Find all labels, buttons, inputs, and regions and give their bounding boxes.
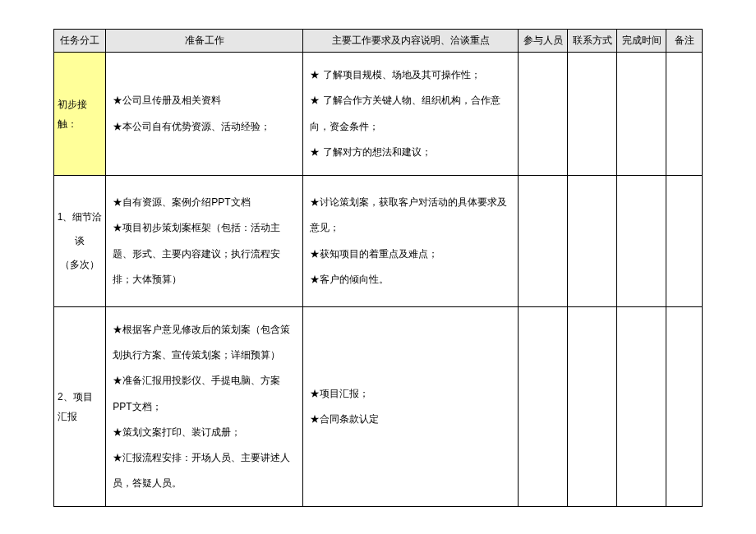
table-row: 1、细节洽谈（多次） ★自有资源、案例介绍PPT文档★项目初步策划案框架（包括：… bbox=[54, 176, 703, 307]
header-row: 任务分工 准备工作 主要工作要求及内容说明、洽谈重点 参与人员 联系方式 完成时… bbox=[54, 30, 703, 53]
cell-contact bbox=[568, 176, 617, 307]
cell-main: ★讨论策划案，获取客户对活动的具体要求及意见；★获知项目的着重点及难点；★客户的… bbox=[303, 176, 519, 307]
cell-main: ★ 了解项目规模、场地及其可操作性；★ 了解合作方关键人物、组织机构，合作意向，… bbox=[303, 53, 519, 176]
cell-prep: ★根据客户意见修改后的策划案（包含策划执行方案、宣传策划案；详细预算）★准备汇报… bbox=[106, 307, 303, 507]
cell-prep: ★公司旦传册及相关资料★本公司自有优势资源、活动经验； bbox=[106, 53, 303, 176]
cell-note bbox=[666, 53, 703, 176]
table-row: 2、项目汇报 ★根据客户意见修改后的策划案（包含策划执行方案、宣传策划案；详细预… bbox=[54, 307, 703, 507]
header-task: 任务分工 bbox=[54, 30, 106, 53]
header-note: 备注 bbox=[666, 30, 703, 53]
header-prep: 准备工作 bbox=[106, 30, 303, 53]
cell-note bbox=[666, 307, 703, 507]
cell-time bbox=[617, 53, 666, 176]
header-main: 主要工作要求及内容说明、洽谈重点 bbox=[303, 30, 519, 53]
header-time: 完成时间 bbox=[617, 30, 666, 53]
header-contact: 联系方式 bbox=[568, 30, 617, 53]
cell-main: ★项目汇报；★合同条款认定 bbox=[303, 307, 519, 507]
cell-people bbox=[519, 53, 568, 176]
cell-note bbox=[666, 176, 703, 307]
cell-prep: ★自有资源、案例介绍PPT文档★项目初步策划案框架（包括：活动主题、形式、主要内… bbox=[106, 176, 303, 307]
header-people: 参与人员 bbox=[519, 30, 568, 53]
cell-time bbox=[617, 307, 666, 507]
table-body: 初步接触： ★公司旦传册及相关资料★本公司自有优势资源、活动经验； ★ 了解项目… bbox=[54, 53, 703, 507]
cell-task: 1、细节洽谈（多次） bbox=[54, 176, 106, 307]
cell-people bbox=[519, 307, 568, 507]
table-row: 初步接触： ★公司旦传册及相关资料★本公司自有优势资源、活动经验； ★ 了解项目… bbox=[54, 53, 703, 176]
task-table: 任务分工 准备工作 主要工作要求及内容说明、洽谈重点 参与人员 联系方式 完成时… bbox=[53, 29, 703, 507]
cell-contact bbox=[568, 53, 617, 176]
cell-people bbox=[519, 176, 568, 307]
cell-time bbox=[617, 176, 666, 307]
cell-contact bbox=[568, 307, 617, 507]
cell-task: 2、项目汇报 bbox=[54, 307, 106, 507]
cell-task: 初步接触： bbox=[54, 53, 106, 176]
